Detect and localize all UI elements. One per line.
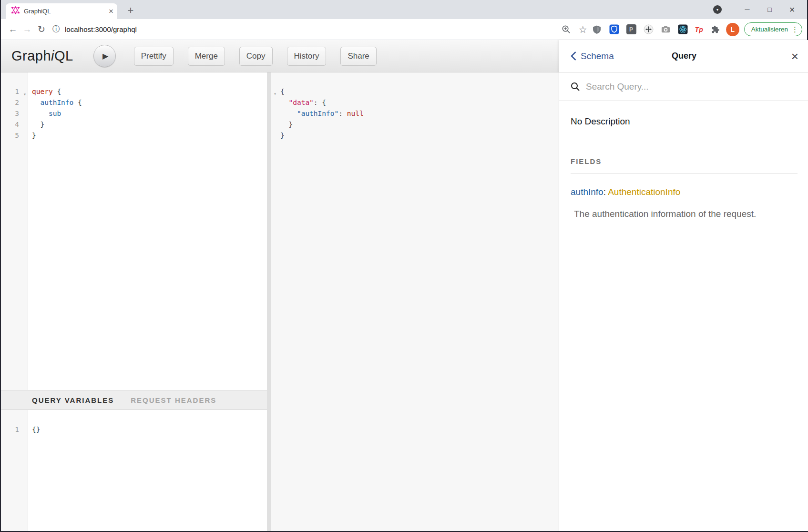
url-text[interactable]: localhost:3000/graphql xyxy=(65,25,137,33)
field-description: The authentication information of the re… xyxy=(571,209,798,219)
variables-editor[interactable]: 1 {} xyxy=(1,410,267,531)
code-line: sub xyxy=(32,108,267,119)
code-line: } xyxy=(32,130,267,141)
new-tab-button[interactable]: + xyxy=(124,4,137,17)
update-button[interactable]: Aktualisieren ⋮ xyxy=(744,22,802,36)
doc-search-input[interactable] xyxy=(586,82,767,92)
bookmark-star-icon[interactable]: ☆ xyxy=(579,24,587,35)
graphql-favicon-icon xyxy=(11,6,20,16)
window-hide-icon[interactable]: ▾ xyxy=(713,5,722,14)
result-viewer: ▾ { "data": { "authInfo": null } } xyxy=(271,72,559,531)
page-info-icon[interactable]: ⓘ xyxy=(52,24,60,34)
pane-resize-handle[interactable] xyxy=(267,72,271,531)
workspace: 1 2 3 4 5 ▾ query { authInfo { sub } xyxy=(1,72,559,531)
graphiql-topbar: GraphiQL ▶ Prettify Merge Copy History S… xyxy=(1,40,559,72)
doc-back-label: Schema xyxy=(581,51,614,61)
line-number: 5 xyxy=(1,130,28,141)
doc-body: No Description FIELDS authInfo: Authenti… xyxy=(559,101,808,219)
reload-button[interactable]: ↻ xyxy=(34,22,49,37)
browser-titlebar: GraphiQL × + ▾ ─ □ × xyxy=(1,0,807,19)
omnibox-icons: ☆ xyxy=(561,24,587,35)
tab-close-icon[interactable]: × xyxy=(109,7,113,15)
code-line: authInfo { xyxy=(32,97,267,108)
tab-title: GraphiQL xyxy=(24,8,109,15)
history-button[interactable]: History xyxy=(287,47,327,66)
code-line: } xyxy=(32,119,267,130)
react-devtools-icon[interactable] xyxy=(678,24,688,34)
bitwarden-shield-icon[interactable] xyxy=(609,24,619,34)
graphiql-app: GraphiQL ▶ Prettify Merge Copy History S… xyxy=(1,40,807,531)
browser-menu-icon[interactable]: ⋮ xyxy=(791,25,798,34)
search-icon xyxy=(571,82,580,92)
query-code[interactable]: query { authInfo { sub } } xyxy=(28,72,267,390)
forward-button[interactable]: → xyxy=(20,22,34,37)
doc-explorer-header: Schema Query × xyxy=(559,40,808,72)
fields-heading: FIELDS xyxy=(571,157,798,174)
code-line: } xyxy=(280,119,559,130)
doc-search-row xyxy=(559,72,808,101)
variables-editor-gutter: 1 xyxy=(1,410,28,531)
tab-request-headers[interactable]: REQUEST HEADERS xyxy=(131,396,216,404)
graphiql-main: GraphiQL ▶ Prettify Merge Copy History S… xyxy=(1,40,559,531)
type-description: No Description xyxy=(571,116,798,127)
fold-arrow-icon[interactable]: ▾ xyxy=(274,88,276,99)
chevron-left-icon xyxy=(571,51,576,61)
line-number: 4 xyxy=(1,119,28,130)
extensions-puzzle-icon[interactable] xyxy=(710,24,720,34)
editor-column: 1 2 3 4 5 ▾ query { authInfo { sub } xyxy=(1,72,267,531)
ublock-shield-icon[interactable] xyxy=(592,24,602,34)
tampermonkey-icon[interactable]: Tp xyxy=(695,26,703,33)
prettify-button[interactable]: Prettify xyxy=(134,47,174,66)
graphiql-toolbar-buttons: Prettify Merge Copy History Share xyxy=(134,47,377,66)
fold-arrow-icon[interactable]: ▾ xyxy=(23,89,26,100)
doc-close-icon[interactable]: × xyxy=(791,50,798,62)
update-label: Aktualisieren xyxy=(751,26,788,33)
query-editor[interactable]: 1 2 3 4 5 ▾ query { authInfo { sub } xyxy=(1,72,267,390)
doc-back-link[interactable]: Schema xyxy=(571,51,614,61)
browser-window: GraphiQL × + ▾ ─ □ × ← → ↻ ⓘ localhost:3… xyxy=(0,0,808,532)
code-line: {} xyxy=(32,424,267,435)
move-extension-icon[interactable] xyxy=(644,24,654,34)
maximize-button[interactable]: □ xyxy=(758,2,781,17)
doc-explorer: Schema Query × No Description FIELDS aut… xyxy=(559,40,808,531)
line-number: 3 xyxy=(1,108,28,119)
field-name-link[interactable]: authInfo xyxy=(571,187,603,197)
window-controls: ▾ ─ □ × xyxy=(713,0,803,19)
back-button[interactable]: ← xyxy=(6,22,20,37)
copy-button[interactable]: Copy xyxy=(239,47,273,66)
minimize-button[interactable]: ─ xyxy=(736,2,758,17)
p-extension-icon[interactable]: P xyxy=(626,24,636,34)
execute-icon: ▶ xyxy=(102,51,108,61)
camera-extension-icon[interactable] xyxy=(661,24,671,34)
address-bar[interactable]: ⓘ localhost:3000/graphql xyxy=(52,24,561,34)
close-button[interactable]: × xyxy=(781,2,803,17)
field-row: authInfo: AuthenticationInfo xyxy=(571,187,798,197)
browser-toolbar: ← → ↻ ⓘ localhost:3000/graphql ☆ P xyxy=(1,19,807,40)
code-line: { xyxy=(280,86,559,97)
variables-code[interactable]: {} xyxy=(28,410,267,531)
merge-button[interactable]: Merge xyxy=(188,47,225,66)
execute-button[interactable]: ▶ xyxy=(93,45,116,67)
zoom-icon[interactable] xyxy=(561,24,571,34)
code-line: query { xyxy=(32,86,267,97)
profile-avatar[interactable]: L xyxy=(726,23,739,36)
query-editor-gutter: 1 2 3 4 5 ▾ xyxy=(1,72,28,390)
code-line: "data": { xyxy=(280,97,559,108)
variables-tab-bar: QUERY VARIABLES REQUEST HEADERS xyxy=(1,390,267,410)
line-number: 1 xyxy=(1,424,28,435)
browser-tab[interactable]: GraphiQL × xyxy=(6,3,117,19)
code-line: } xyxy=(280,130,559,141)
code-line: "authInfo": null xyxy=(280,108,559,119)
tab-query-variables[interactable]: QUERY VARIABLES xyxy=(32,396,114,404)
share-button[interactable]: Share xyxy=(340,47,376,66)
extension-icons: P Tp xyxy=(592,24,720,34)
graphiql-logo: GraphiQL xyxy=(11,48,73,64)
field-type-link[interactable]: AuthenticationInfo xyxy=(608,187,680,197)
doc-title: Query xyxy=(672,51,696,61)
